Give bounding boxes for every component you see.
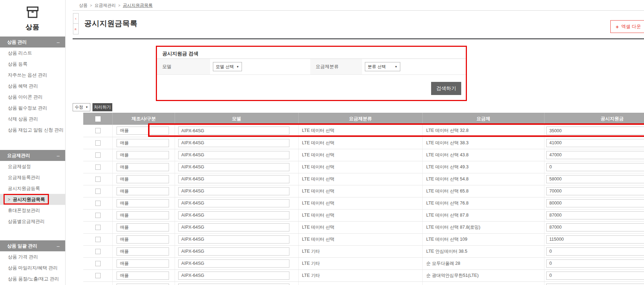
subsidy-input[interactable] — [546, 199, 644, 207]
sidebar-item[interactable]: 상품 재입고 알림 신청 관리 — [0, 124, 65, 135]
maker-input-cell — [113, 137, 175, 149]
subsidy-input[interactable] — [546, 127, 644, 135]
subsidy-input[interactable] — [546, 235, 644, 244]
table-row: LTE 데이터 선택LTE 데이터 선택 54.8 — [83, 173, 644, 185]
model-input[interactable] — [178, 199, 289, 207]
subsidy-input[interactable] — [546, 259, 644, 268]
maker-input[interactable] — [117, 151, 169, 159]
row-checkbox[interactable] — [95, 189, 101, 194]
maker-input[interactable] — [117, 175, 169, 183]
model-input-cell — [175, 233, 298, 245]
sidebar-item[interactable]: 상품 아이콘 관리 — [0, 91, 65, 102]
maker-input[interactable] — [117, 247, 169, 256]
maker-input[interactable] — [117, 139, 169, 147]
subsidy-input[interactable] — [546, 175, 644, 183]
model-input[interactable] — [178, 211, 289, 219]
subsidy-input[interactable] — [546, 163, 644, 171]
search-button[interactable]: 검색하기 — [431, 82, 461, 95]
subsidy-input[interactable] — [546, 272, 644, 280]
maker-input[interactable] — [117, 235, 169, 244]
maker-input[interactable] — [117, 272, 169, 280]
row-checkbox[interactable] — [95, 249, 101, 254]
sidebar-item[interactable]: >공시지원금목록 — [0, 194, 65, 205]
sidebar-section-label: 요금제관리 — [7, 152, 30, 159]
row-checkbox[interactable] — [95, 140, 101, 146]
select-all-checkbox[interactable] — [95, 116, 101, 122]
model-input[interactable] — [178, 235, 289, 244]
maker-input[interactable] — [117, 163, 169, 171]
collapse-left-button[interactable]: ‹ — [73, 13, 79, 24]
model-input[interactable] — [178, 187, 289, 195]
row-checkbox[interactable] — [95, 177, 101, 182]
sidebar-item-label: 상품 등록 — [8, 61, 28, 67]
sidebar-item[interactable]: 상품 마일리지/혜택 관리 — [0, 262, 65, 273]
row-checkbox[interactable] — [95, 273, 101, 278]
row-checkbox[interactable] — [95, 213, 101, 218]
sidebar-item[interactable]: 상품 필수정보 관리 — [0, 102, 65, 113]
sidebar-item[interactable]: 휴대폰정보관리 — [0, 205, 65, 216]
model-input[interactable] — [178, 175, 289, 183]
row-checkbox[interactable] — [95, 152, 101, 158]
model-input[interactable] — [178, 284, 289, 285]
breadcrumb-item[interactable]: 상품 — [79, 3, 87, 8]
sidebar-item[interactable]: 상품별요금제관리 — [0, 216, 65, 227]
sidebar-section-header[interactable]: 상품 일괄 관리– — [0, 240, 65, 251]
model-input[interactable] — [178, 272, 289, 280]
excel-download-button[interactable]: + 엑셀 다운 — [610, 20, 644, 33]
sidebar-item[interactable]: 요금제설정 — [0, 161, 65, 172]
subsidy-input[interactable] — [546, 211, 644, 219]
collapse-up-button[interactable]: « — [73, 23, 79, 34]
maker-input-cell — [113, 197, 175, 209]
maker-input[interactable] — [117, 211, 169, 219]
apply-button[interactable]: 처리하기 — [92, 103, 112, 111]
model-input[interactable] — [178, 163, 289, 171]
maker-input[interactable] — [117, 259, 169, 268]
maker-input[interactable] — [117, 223, 169, 231]
model-input[interactable] — [178, 223, 289, 231]
model-input[interactable] — [178, 259, 289, 268]
sidebar-item[interactable]: 상품 혜택 관리 — [0, 80, 65, 91]
subsidy-input[interactable] — [546, 139, 644, 147]
model-input-cell — [175, 281, 298, 285]
collapse-minus-icon: – — [57, 243, 60, 249]
row-checkbox[interactable] — [95, 201, 101, 206]
maker-input[interactable] — [117, 187, 169, 195]
sidebar-item[interactable]: 상품 품절/노출/재고 관리 — [0, 273, 65, 284]
model-input[interactable] — [178, 151, 289, 159]
row-checkbox[interactable] — [95, 237, 101, 242]
modify-action-select[interactable]: 수정 ▼ — [73, 103, 90, 111]
plan-type-select[interactable]: 분류 선택 ▼ — [365, 62, 400, 71]
plan-cell: LTE 데이터 선택 32.8 — [423, 125, 544, 137]
model-input[interactable] — [178, 127, 289, 135]
sidebar-item[interactable]: 요금제등록관리 — [0, 172, 65, 183]
sidebar-item[interactable]: 상품 등록 — [0, 58, 65, 69]
sidebar-section-header[interactable]: 상품 관리– — [0, 37, 65, 48]
sidebar-item-label: 상품 아이콘 관리 — [8, 94, 43, 100]
model-select[interactable]: 모델 선택 ▼ — [213, 62, 242, 71]
subsidy-input[interactable] — [546, 247, 644, 256]
row-checkbox[interactable] — [95, 164, 101, 170]
subsidy-input[interactable] — [546, 223, 644, 231]
sidebar-item[interactable]: 상품 리스트 — [0, 48, 65, 58]
maker-input[interactable] — [117, 127, 169, 135]
plan-cell: LTE 데이터 선택 87.8 — [423, 209, 544, 221]
subsidy-input[interactable] — [546, 284, 644, 285]
row-checkbox-cell — [83, 269, 113, 281]
breadcrumb-item[interactable]: 공시지원금목록 — [123, 3, 153, 8]
model-input[interactable] — [178, 139, 289, 147]
subsidy-input[interactable] — [546, 187, 644, 195]
model-input[interactable] — [178, 247, 289, 256]
breadcrumb-item[interactable]: 요금제관리 — [95, 3, 116, 8]
sidebar-item[interactable]: 자주쓰는 옵션 관리 — [0, 69, 65, 80]
sidebar-section-header[interactable]: 요금제관리– — [0, 150, 65, 161]
maker-input[interactable] — [117, 199, 169, 207]
sidebar-item[interactable]: 상품 가격 관리 — [0, 251, 65, 262]
sidebar-item[interactable]: 삭제 상품 관리 — [0, 113, 65, 124]
model-input-cell — [175, 197, 298, 209]
maker-input[interactable] — [117, 284, 169, 285]
subsidy-input[interactable] — [546, 151, 644, 159]
sidebar-item[interactable]: 공시지원금등록 — [0, 183, 65, 194]
row-checkbox[interactable] — [95, 128, 101, 133]
row-checkbox[interactable] — [95, 261, 101, 266]
row-checkbox[interactable] — [95, 225, 101, 230]
